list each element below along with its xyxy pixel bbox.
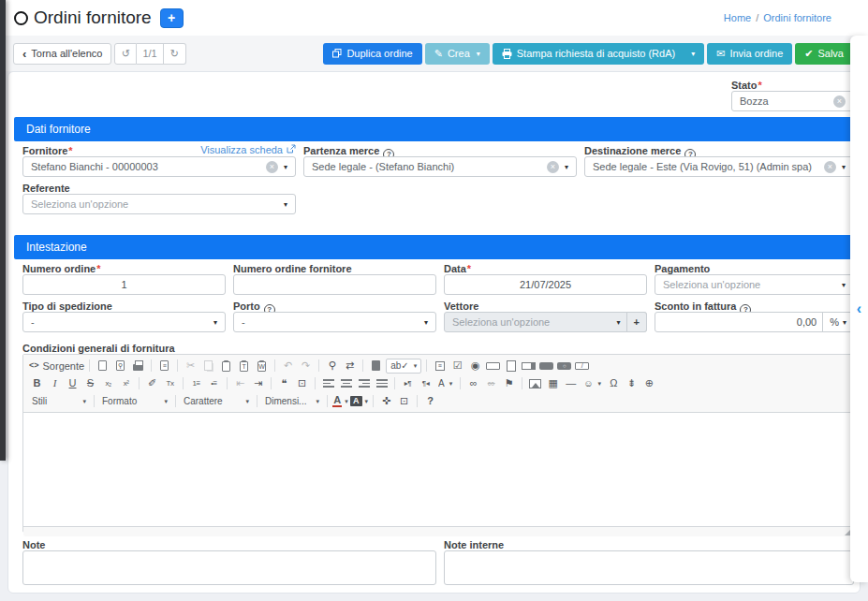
ck-numbered-list-button[interactable]: 1≡ bbox=[188, 375, 204, 391]
ck-align-left-button[interactable] bbox=[320, 375, 336, 391]
shipping-type-select[interactable]: - ▾ bbox=[22, 312, 226, 332]
ck-link-button[interactable]: ∞ bbox=[465, 375, 481, 391]
ck-subscript-button[interactable]: x₂ bbox=[100, 375, 116, 391]
ck-language-dropdown[interactable]: A▾ bbox=[435, 375, 455, 391]
ck-copy-formatting-button[interactable]: ✐ bbox=[144, 375, 160, 391]
clear-icon[interactable]: × bbox=[266, 161, 278, 173]
ck-div-container-button[interactable]: ⊡ bbox=[294, 375, 310, 391]
ck-spellcheck-dropdown[interactable]: ab✓▾ bbox=[386, 359, 421, 374]
payment-select[interactable]: Seleziona un'opzione ▾ bbox=[655, 274, 854, 295]
ck-indent-button[interactable]: ⇥ bbox=[250, 375, 266, 391]
ck-paste-word-button[interactable]: W bbox=[254, 358, 270, 374]
ck-remove-format-button[interactable]: Tx bbox=[162, 375, 178, 391]
departure-select[interactable]: Sede legale - (Stefano Bianchi) × ▾ bbox=[303, 156, 577, 177]
ck-align-right-button[interactable] bbox=[356, 375, 372, 391]
ck-table-button[interactable]: ▦ bbox=[545, 375, 561, 391]
ck-italic-button[interactable]: I bbox=[47, 375, 63, 391]
notes-textarea[interactable] bbox=[22, 550, 436, 585]
ck-source-button[interactable]: <>Sorgente bbox=[29, 358, 84, 374]
order-number-input[interactable] bbox=[31, 279, 217, 290]
status-select[interactable]: Bozza × bbox=[731, 91, 854, 111]
referent-select[interactable]: Seleziona un'opzione ▾ bbox=[22, 194, 296, 214]
invoice-discount-field[interactable]: % ▾ bbox=[655, 312, 854, 332]
ck-checkbox-button[interactable]: ☑ bbox=[449, 358, 465, 374]
supplier-select[interactable]: Stefano Bianchi - 00000003 × ▾ bbox=[22, 156, 296, 177]
clear-icon[interactable]: × bbox=[833, 95, 846, 108]
ck-print-button[interactable] bbox=[130, 358, 146, 374]
view-supplier-card-link[interactable]: Visualizza scheda bbox=[154, 144, 296, 155]
ck-new-page-button[interactable] bbox=[95, 358, 110, 374]
ck-bidi-ltr-button[interactable]: ▸¶ bbox=[400, 375, 416, 391]
ck-select-all-button[interactable] bbox=[368, 358, 384, 374]
supplier-order-number-input[interactable] bbox=[242, 279, 428, 290]
ck-underline-button[interactable]: U bbox=[65, 375, 81, 391]
ck-form-button[interactable]: ≡ bbox=[432, 358, 448, 374]
ck-styles-dropdown[interactable]: Stili▾ bbox=[29, 393, 89, 409]
ck-select-field-button[interactable] bbox=[521, 358, 537, 374]
ck-anchor-button[interactable]: ⚑ bbox=[501, 375, 517, 391]
next-record-button[interactable]: ↻ bbox=[164, 43, 186, 65]
ck-strikethrough-button[interactable]: S bbox=[82, 375, 98, 391]
ck-undo-button[interactable]: ↶ bbox=[280, 358, 296, 374]
supplier-order-number-field[interactable] bbox=[233, 274, 436, 295]
ck-paste-text-button[interactable]: T bbox=[236, 358, 252, 374]
breadcrumb-current-link[interactable]: Ordini fornitore bbox=[763, 12, 831, 23]
ck-hidden-field-button[interactable]: / bbox=[574, 358, 590, 374]
ck-bidi-rtl-button[interactable]: ¶◂ bbox=[418, 375, 434, 391]
ck-format-dropdown[interactable]: Formato▾ bbox=[99, 393, 170, 409]
clear-icon[interactable]: × bbox=[824, 161, 836, 173]
ck-image-button[interactable] bbox=[527, 375, 543, 391]
ck-font-dropdown[interactable]: Carattere▾ bbox=[181, 393, 252, 409]
ck-align-justify-button[interactable] bbox=[374, 375, 390, 391]
internal-notes-textarea[interactable] bbox=[444, 550, 854, 585]
send-order-button[interactable]: ✉ Invia ordine bbox=[707, 43, 792, 65]
ck-form-button-button[interactable] bbox=[538, 358, 554, 374]
add-carrier-button[interactable]: + bbox=[626, 312, 647, 332]
breadcrumb-home-link[interactable]: Home bbox=[724, 12, 751, 23]
ck-horizontal-rule-button[interactable]: ― bbox=[563, 375, 579, 391]
ck-redo-button[interactable]: ↷ bbox=[298, 358, 314, 374]
left-sidebar-edge[interactable] bbox=[0, 0, 6, 461]
add-order-button[interactable]: + bbox=[160, 8, 184, 28]
ck-text-field-button[interactable] bbox=[485, 358, 501, 374]
discount-unit-dropdown[interactable]: % ▾ bbox=[822, 312, 854, 332]
ck-outdent-button[interactable]: ⇤ bbox=[232, 375, 248, 391]
ck-bold-button[interactable]: B bbox=[29, 375, 45, 391]
ck-page-break-button[interactable]: ⇟ bbox=[624, 375, 640, 391]
ck-text-color-button[interactable]: A▾ bbox=[332, 393, 348, 409]
porto-select[interactable]: - ▾ bbox=[233, 312, 436, 332]
ck-size-dropdown[interactable]: Dimensi...▾ bbox=[262, 393, 322, 409]
ck-templates-button[interactable]: ≡ bbox=[156, 358, 172, 374]
date-field[interactable] bbox=[444, 274, 647, 295]
carrier-select[interactable]: Seleziona un'opzione ▾ + bbox=[444, 312, 647, 332]
ck-copy-button[interactable] bbox=[200, 358, 216, 374]
previous-record-button[interactable]: ↺ bbox=[114, 43, 137, 65]
ck-align-center-button[interactable] bbox=[338, 375, 354, 391]
ck-unlink-button[interactable]: ∞ bbox=[483, 375, 499, 391]
create-button[interactable]: ✎ Crea ▾ bbox=[425, 43, 490, 65]
ck-maximize-button[interactable]: ✜ bbox=[378, 393, 394, 409]
ck-blockquote-button[interactable]: ❝ bbox=[276, 375, 292, 391]
ck-textarea-field-button[interactable] bbox=[503, 358, 519, 374]
ck-about-button[interactable]: ? bbox=[422, 393, 438, 409]
ck-paste-button[interactable] bbox=[218, 358, 234, 374]
invoice-discount-input[interactable] bbox=[663, 316, 817, 328]
order-number-field[interactable] bbox=[22, 274, 226, 295]
clear-icon[interactable]: × bbox=[547, 161, 559, 173]
duplicate-order-button[interactable]: Duplica ordine bbox=[323, 43, 421, 65]
ck-special-char-button[interactable]: Ω bbox=[606, 375, 622, 391]
ck-iframe-button[interactable]: ⊕ bbox=[641, 375, 657, 391]
ck-bg-color-button[interactable]: A▾ bbox=[350, 393, 368, 409]
ck-show-blocks-button[interactable]: ⊡ bbox=[396, 393, 412, 409]
ck-preview-button[interactable]: ⚲ bbox=[112, 358, 128, 374]
ck-cut-button[interactable]: ✂ bbox=[183, 358, 199, 374]
save-button[interactable]: ✔ Salva bbox=[795, 43, 853, 65]
ck-superscript-button[interactable]: x² bbox=[118, 375, 134, 391]
ck-smiley-dropdown[interactable]: ☺▾ bbox=[581, 375, 604, 391]
ck-replace-button[interactable]: ⇄ bbox=[342, 358, 358, 374]
destination-select[interactable]: Sede legale - Este (Via Rovigo, 51) (Adm… bbox=[584, 156, 854, 177]
print-rda-button[interactable]: Stampa richiesta di acquisto (RdA) ▾ bbox=[493, 43, 704, 65]
date-input[interactable] bbox=[452, 279, 639, 290]
back-to-list-button[interactable]: ‹ Torna all'elenco bbox=[13, 43, 111, 65]
right-panel-toggle[interactable]: ‹ bbox=[850, 36, 868, 582]
